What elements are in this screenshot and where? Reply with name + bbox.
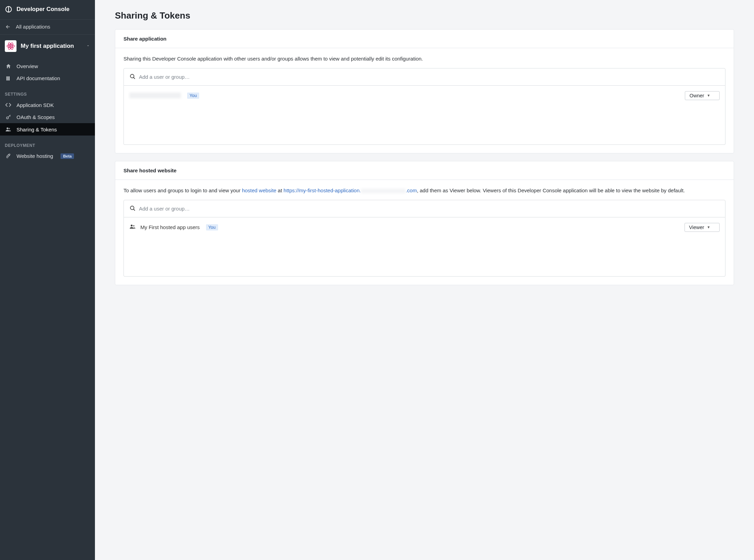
- brand-logo-icon: [5, 6, 12, 13]
- nav-website-hosting[interactable]: Website hosting Beta: [0, 150, 95, 162]
- app-selector[interactable]: My first application: [0, 35, 95, 57]
- nav-app-sdk-label: Application SDK: [17, 102, 54, 108]
- share-application-search[interactable]: [123, 68, 725, 86]
- deployment-section-label: DEPLOYMENT: [0, 138, 95, 150]
- back-all-applications[interactable]: All applications: [0, 20, 95, 35]
- member-name: My First hosted app users: [140, 224, 200, 230]
- app-atom-icon: [5, 40, 17, 52]
- redacted-text: [129, 93, 181, 98]
- hosted-url-link[interactable]: https://my-first-hosted-application..com: [283, 187, 417, 193]
- brand-title: Developer Console: [17, 6, 69, 13]
- member-row: My First hosted app users You Viewer ▼: [124, 219, 725, 235]
- nav-sharing-label: Sharing & Tokens: [17, 127, 57, 132]
- share-hosted-card: Share hosted website To allow users and …: [115, 161, 734, 285]
- share-hosted-description: To allow users and groups to login to an…: [123, 187, 725, 194]
- svg-point-7: [6, 117, 8, 119]
- nav-website-hosting-label: Website hosting: [17, 153, 53, 159]
- share-application-input[interactable]: [139, 74, 720, 80]
- you-badge: You: [187, 93, 199, 99]
- redacted-text: [361, 189, 406, 193]
- nav-api-doc-label: API documentation: [17, 75, 60, 81]
- beta-badge: Beta: [61, 153, 74, 159]
- brand-row: Developer Console: [0, 0, 95, 20]
- group-icon: [129, 223, 136, 231]
- share-application-members: You Owner ▼: [123, 86, 725, 145]
- nav-oauth-label: OAuth & Scopes: [17, 114, 55, 120]
- member-row: You Owner ▼: [124, 88, 725, 104]
- nav-section-settings: SETTINGS Application SDK OAuth & Scopes …: [0, 84, 95, 136]
- member-name: [129, 93, 181, 98]
- svg-point-14: [133, 225, 134, 226]
- you-badge: You: [206, 224, 218, 230]
- svg-point-9: [9, 128, 10, 129]
- svg-point-10: [9, 155, 9, 155]
- share-application-header: Share application: [115, 30, 734, 48]
- nav-api-documentation[interactable]: API documentation: [0, 72, 95, 84]
- svg-rect-6: [8, 76, 10, 80]
- search-icon: [129, 205, 136, 212]
- svg-point-13: [131, 225, 132, 226]
- nav-application-sdk[interactable]: Application SDK: [0, 99, 95, 111]
- svg-point-8: [7, 127, 8, 129]
- svg-point-4: [10, 45, 11, 46]
- settings-section-label: SETTINGS: [0, 87, 95, 99]
- share-application-description: Sharing this Developer Console applicati…: [123, 55, 725, 63]
- role-label: Viewer: [689, 225, 704, 230]
- caret-down-icon: ▼: [707, 94, 710, 97]
- home-icon: [5, 63, 12, 69]
- nav-section-deployment: DEPLOYMENT Website hosting Beta: [0, 136, 95, 162]
- role-label: Owner: [689, 93, 704, 98]
- nav-section-main: Overview API documentation: [0, 57, 95, 84]
- nav-sharing-tokens[interactable]: Sharing & Tokens: [0, 123, 95, 136]
- role-select-owner[interactable]: Owner ▼: [685, 91, 720, 100]
- share-application-card: Share application Sharing this Developer…: [115, 29, 734, 153]
- arrow-left-icon: [5, 24, 11, 30]
- share-hosted-body: To allow users and groups to login to an…: [115, 180, 734, 285]
- back-label: All applications: [16, 24, 50, 30]
- caret-down-icon: ▼: [707, 225, 710, 229]
- caret-down-icon: [86, 43, 90, 49]
- sidebar: Developer Console All applications My fi…: [0, 0, 95, 560]
- key-icon: [5, 114, 12, 120]
- nav-overview[interactable]: Overview: [0, 60, 95, 72]
- nav-oauth-scopes[interactable]: OAuth & Scopes: [0, 111, 95, 123]
- code-icon: [5, 102, 12, 108]
- main-content: Sharing & Tokens Share application Shari…: [95, 0, 754, 560]
- page-title: Sharing & Tokens: [115, 10, 734, 21]
- role-select-viewer[interactable]: Viewer ▼: [685, 223, 720, 232]
- book-icon: [5, 76, 12, 81]
- users-icon: [5, 126, 12, 132]
- nav-overview-label: Overview: [17, 63, 38, 69]
- share-hosted-input[interactable]: [139, 206, 720, 212]
- app-name: My first application: [21, 43, 82, 50]
- search-icon: [129, 73, 136, 80]
- share-application-body: Sharing this Developer Console applicati…: [115, 48, 734, 153]
- share-hosted-header: Share hosted website: [115, 161, 734, 180]
- rocket-icon: [5, 153, 12, 159]
- share-hosted-members: My First hosted app users You Viewer ▼: [123, 217, 725, 277]
- hosted-website-link[interactable]: hosted website: [242, 187, 276, 193]
- share-hosted-search[interactable]: [123, 200, 725, 217]
- svg-rect-5: [7, 76, 8, 80]
